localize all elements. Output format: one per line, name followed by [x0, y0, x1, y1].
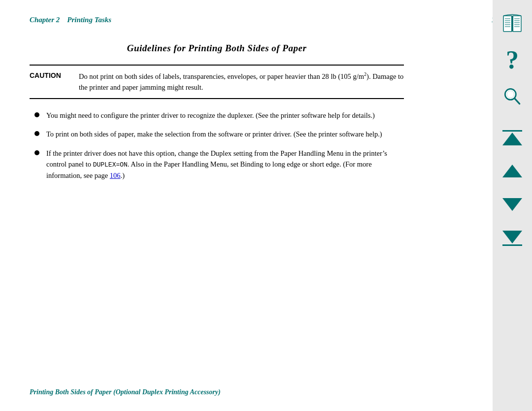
bullet-list: You might need to configure the printer …	[30, 110, 404, 181]
arrow-down-triangle	[502, 198, 522, 211]
arrow-bottom-line	[502, 244, 522, 246]
bullet3-code: DUPLEX=ON	[93, 161, 128, 169]
chapter-label: Chapter 2	[30, 16, 60, 24]
arrow-top-line	[502, 130, 522, 132]
bullet3-text-end: .)	[121, 171, 125, 179]
help-nav-icon[interactable]: ?	[499, 46, 526, 74]
footer: Printing Both Sides of Paper (Optional D…	[30, 388, 221, 396]
chapter-header: Chapter 2 Printing Tasks	[30, 16, 111, 24]
bullet-dot	[34, 112, 39, 117]
caution-text-part1: Do not print on both sides of labels, tr…	[79, 72, 364, 80]
svg-rect-0	[503, 16, 512, 32]
nav-arrows	[499, 124, 526, 251]
chapter-title: Printing Tasks	[67, 16, 111, 24]
arrow-down-triangle	[502, 231, 522, 243]
book-nav-icon[interactable]	[499, 10, 526, 37]
page-header: Chapter 2 Printing Tasks 103	[0, 0, 532, 29]
caution-text: Do not print on both sides of labels, tr…	[79, 70, 404, 93]
list-item: If the printer driver does not have this…	[34, 148, 404, 181]
first-page-button[interactable]	[499, 124, 526, 151]
bullet-text: To print on both sides of paper, make th…	[46, 129, 404, 139]
footer-text: Printing Both Sides of Paper (Optional D…	[30, 388, 221, 396]
arrow-up-triangle	[502, 165, 522, 177]
bullet-text-complex: If the printer driver does not have this…	[46, 148, 404, 181]
bullet-dot	[34, 150, 39, 155]
page-link[interactable]: 106	[110, 171, 121, 179]
caution-label: CAUTION	[30, 70, 79, 79]
bullet-text: You might need to configure the printer …	[46, 110, 404, 121]
list-item: To print on both sides of paper, make th…	[34, 129, 404, 139]
search-nav-icon[interactable]	[499, 83, 526, 110]
page-container: Chapter 2 Printing Tasks 103 Guidelines …	[0, 0, 532, 411]
bullet-dot	[34, 131, 39, 136]
main-content: Guidelines for Printing Both Sides of Pa…	[0, 29, 433, 199]
question-mark: ?	[506, 47, 519, 73]
page-title: Guidelines for Printing Both Sides of Pa…	[30, 43, 404, 54]
svg-line-15	[515, 99, 520, 104]
right-sidebar: ?	[493, 0, 532, 411]
next-page-button[interactable]	[499, 191, 526, 218]
caution-section: CAUTION Do not print on both sides of la…	[30, 65, 404, 99]
prev-page-button[interactable]	[499, 158, 526, 184]
last-page-button[interactable]	[499, 225, 526, 251]
svg-rect-1	[513, 16, 521, 32]
list-item: You might need to configure the printer …	[34, 110, 404, 121]
arrow-up-triangle	[502, 133, 522, 145]
